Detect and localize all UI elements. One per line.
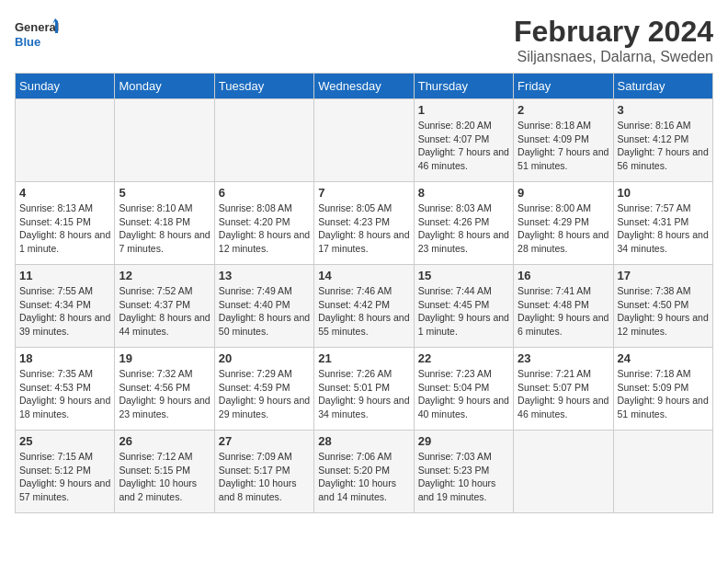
daylight-text: Daylight: 8 hours and 12 minutes.	[219, 228, 310, 255]
sunrise-text: Sunrise: 8:18 AM	[518, 119, 609, 132]
daylight-text: Daylight: 9 hours and 18 minutes.	[19, 394, 110, 420]
sunset-text: Sunset: 5:20 PM	[318, 464, 409, 477]
day-number: 24	[618, 351, 709, 365]
weekday-header-friday: Friday	[514, 74, 613, 99]
calendar-cell	[613, 431, 712, 513]
daylight-text: Daylight: 8 hours and 44 minutes.	[119, 311, 210, 338]
sunset-text: Sunset: 4:48 PM	[518, 298, 609, 312]
daylight-text: Daylight: 7 hours and 56 minutes.	[618, 145, 709, 172]
day-detail: Sunrise: 7:38 AMSunset: 4:50 PMDaylight:…	[618, 284, 709, 339]
calendar-cell: 20Sunrise: 7:29 AMSunset: 4:59 PMDayligh…	[214, 348, 313, 431]
day-detail: Sunrise: 7:29 AMSunset: 4:59 PMDaylight:…	[219, 367, 310, 421]
sunrise-text: Sunrise: 8:05 AM	[318, 201, 409, 215]
sunrise-text: Sunrise: 7:38 AM	[618, 284, 709, 298]
sunrise-text: Sunrise: 7:06 AM	[318, 450, 409, 464]
day-number: 16	[518, 269, 609, 282]
day-number: 20	[219, 351, 310, 365]
day-number: 19	[119, 351, 210, 365]
calendar-cell: 9Sunrise: 8:00 AMSunset: 4:29 PMDaylight…	[514, 182, 613, 265]
day-detail: Sunrise: 7:41 AMSunset: 4:48 PMDaylight:…	[518, 284, 609, 339]
sunrise-text: Sunrise: 7:26 AM	[318, 367, 409, 381]
day-detail: Sunrise: 8:16 AMSunset: 4:12 PMDaylight:…	[618, 119, 709, 173]
daylight-text: Daylight: 8 hours and 55 minutes.	[318, 311, 409, 338]
daylight-text: Daylight: 9 hours and 1 minute.	[418, 311, 509, 338]
calendar-cell: 13Sunrise: 7:49 AMSunset: 4:40 PMDayligh…	[214, 265, 313, 348]
calendar-cell: 14Sunrise: 7:46 AMSunset: 4:42 PMDayligh…	[314, 265, 414, 348]
daylight-text: Daylight: 8 hours and 7 minutes.	[119, 228, 210, 255]
daylight-text: Daylight: 8 hours and 28 minutes.	[518, 228, 609, 255]
daylight-text: Daylight: 9 hours and 29 minutes.	[219, 394, 310, 420]
day-detail: Sunrise: 7:06 AMSunset: 5:20 PMDaylight:…	[318, 450, 409, 504]
day-detail: Sunrise: 7:57 AMSunset: 4:31 PMDaylight:…	[618, 201, 709, 256]
sunset-text: Sunset: 5:12 PM	[19, 464, 110, 477]
day-detail: Sunrise: 8:10 AMSunset: 4:18 PMDaylight:…	[119, 201, 210, 256]
sunset-text: Sunset: 4:20 PM	[219, 215, 310, 229]
day-detail: Sunrise: 7:09 AMSunset: 5:17 PMDaylight:…	[219, 450, 310, 504]
calendar-cell: 1Sunrise: 8:20 AMSunset: 4:07 PMDaylight…	[414, 99, 513, 182]
calendar-cell: 17Sunrise: 7:38 AMSunset: 4:50 PMDayligh…	[613, 265, 712, 348]
sunrise-text: Sunrise: 7:55 AM	[19, 284, 110, 298]
calendar-week-1: 1Sunrise: 8:20 AMSunset: 4:07 PMDaylight…	[16, 99, 713, 182]
sunrise-text: Sunrise: 7:15 AM	[19, 450, 110, 464]
calendar-week-4: 18Sunrise: 7:35 AMSunset: 4:53 PMDayligh…	[16, 348, 713, 431]
weekday-header-sunday: Sunday	[16, 74, 115, 99]
day-number: 6	[219, 186, 310, 200]
sunrise-text: Sunrise: 7:57 AM	[618, 201, 709, 215]
weekday-header-wednesday: Wednesday	[314, 74, 414, 99]
day-detail: Sunrise: 7:44 AMSunset: 4:45 PMDaylight:…	[418, 284, 509, 339]
day-number: 2	[518, 103, 609, 117]
calendar-cell: 12Sunrise: 7:52 AMSunset: 4:37 PMDayligh…	[115, 265, 214, 348]
svg-text:Blue: Blue	[15, 35, 40, 49]
sunrise-text: Sunrise: 7:35 AM	[19, 367, 110, 381]
calendar-cell: 21Sunrise: 7:26 AMSunset: 5:01 PMDayligh…	[314, 348, 414, 431]
daylight-text: Daylight: 9 hours and 57 minutes.	[19, 477, 110, 503]
sunrise-text: Sunrise: 7:03 AM	[418, 450, 509, 464]
sunset-text: Sunset: 5:17 PM	[219, 464, 310, 477]
day-detail: Sunrise: 8:13 AMSunset: 4:15 PMDaylight:…	[19, 201, 110, 256]
sunrise-text: Sunrise: 7:12 AM	[119, 450, 210, 464]
sunset-text: Sunset: 4:50 PM	[618, 298, 709, 312]
sunrise-text: Sunrise: 8:08 AM	[219, 201, 310, 215]
daylight-text: Daylight: 8 hours and 39 minutes.	[19, 311, 110, 338]
sunrise-text: Sunrise: 8:16 AM	[618, 119, 709, 132]
calendar-cell: 25Sunrise: 7:15 AMSunset: 5:12 PMDayligh…	[16, 431, 115, 513]
day-number: 26	[119, 434, 210, 448]
calendar-cell: 4Sunrise: 8:13 AMSunset: 4:15 PMDaylight…	[16, 182, 115, 265]
day-detail: Sunrise: 7:46 AMSunset: 4:42 PMDaylight:…	[318, 284, 409, 339]
sunset-text: Sunset: 4:29 PM	[518, 215, 609, 229]
weekday-header-thursday: Thursday	[414, 74, 513, 99]
calendar-cell: 24Sunrise: 7:18 AMSunset: 5:09 PMDayligh…	[613, 348, 712, 431]
sunrise-text: Sunrise: 7:44 AM	[418, 284, 509, 298]
logo: General Blue	[15, 15, 61, 56]
daylight-text: Daylight: 8 hours and 23 minutes.	[418, 228, 509, 255]
daylight-text: Daylight: 8 hours and 17 minutes.	[318, 228, 409, 255]
sunrise-text: Sunrise: 7:49 AM	[219, 284, 310, 298]
day-detail: Sunrise: 7:23 AMSunset: 5:04 PMDaylight:…	[418, 367, 509, 421]
daylight-text: Daylight: 9 hours and 12 minutes.	[618, 311, 709, 338]
day-number: 3	[618, 103, 709, 117]
sunset-text: Sunset: 5:23 PM	[418, 464, 509, 477]
calendar-week-5: 25Sunrise: 7:15 AMSunset: 5:12 PMDayligh…	[16, 431, 713, 513]
day-number: 12	[119, 269, 210, 282]
sunset-text: Sunset: 4:53 PM	[19, 381, 110, 395]
calendar-table: SundayMondayTuesdayWednesdayThursdayFrid…	[15, 73, 713, 513]
day-number: 21	[318, 351, 409, 365]
calendar-cell: 23Sunrise: 7:21 AMSunset: 5:07 PMDayligh…	[514, 348, 613, 431]
calendar-cell: 6Sunrise: 8:08 AMSunset: 4:20 PMDaylight…	[214, 182, 313, 265]
sub-title: Siljansnaes, Dalarna, Sweden	[514, 49, 713, 65]
day-detail: Sunrise: 7:21 AMSunset: 5:07 PMDaylight:…	[518, 367, 609, 421]
daylight-text: Daylight: 9 hours and 40 minutes.	[418, 394, 509, 420]
calendar-cell: 3Sunrise: 8:16 AMSunset: 4:12 PMDaylight…	[613, 99, 712, 182]
sunrise-text: Sunrise: 7:41 AM	[518, 284, 609, 298]
day-number: 25	[19, 434, 110, 448]
day-number: 22	[418, 351, 509, 365]
calendar-week-2: 4Sunrise: 8:13 AMSunset: 4:15 PMDaylight…	[16, 182, 713, 265]
day-detail: Sunrise: 7:32 AMSunset: 4:56 PMDaylight:…	[119, 367, 210, 421]
weekday-header-tuesday: Tuesday	[214, 74, 313, 99]
daylight-text: Daylight: 10 hours and 8 minutes.	[219, 477, 310, 503]
day-number: 27	[219, 434, 310, 448]
day-detail: Sunrise: 8:08 AMSunset: 4:20 PMDaylight:…	[219, 201, 310, 256]
day-detail: Sunrise: 8:05 AMSunset: 4:23 PMDaylight:…	[318, 201, 409, 256]
calendar-cell: 29Sunrise: 7:03 AMSunset: 5:23 PMDayligh…	[414, 431, 513, 513]
sunset-text: Sunset: 4:45 PM	[418, 298, 509, 312]
